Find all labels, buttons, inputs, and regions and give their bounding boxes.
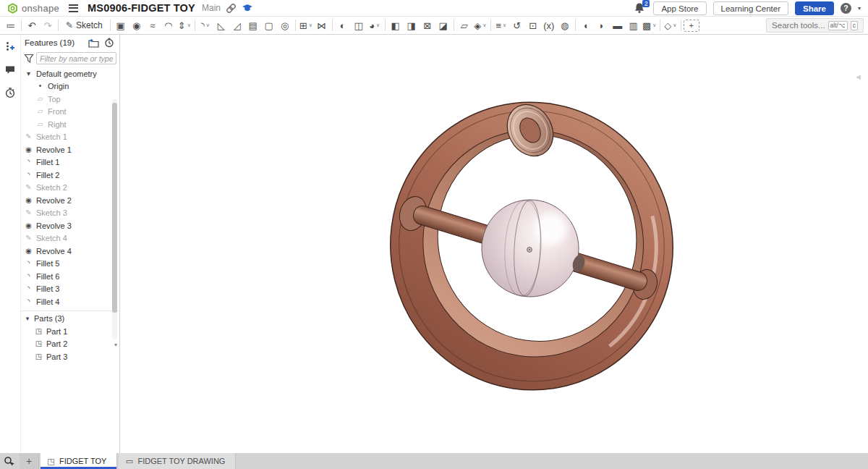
boolean-button[interactable]: ◐ [335,18,351,33]
chevron-down-icon[interactable]: ∨ [482,22,486,28]
loft-button[interactable]: ◠ [161,18,176,33]
sheet-metal-model-button[interactable]: ◖ [578,18,594,33]
circular-pattern-button[interactable]: ◍ [557,18,573,33]
extrude-button[interactable]: ▣ [113,18,129,33]
search-tabs-button[interactable] [0,453,20,469]
feature-tree-item[interactable]: ✎ Sketch 1 [21,131,119,144]
offset-surface-button[interactable]: ◨ [404,18,420,33]
search-tools-button[interactable]: Search tools... alt/⌥ c [766,18,864,33]
redo-button[interactable]: ↷ [40,18,56,33]
feature-tree-item[interactable]: ◉ Revolve 3 [21,219,119,232]
app-store-button[interactable]: App Store [653,1,706,15]
feature-tree-item[interactable]: ▱ Right [21,118,119,131]
feature-tree-item[interactable]: ✎ Sketch 4 [21,232,119,245]
part-item[interactable]: ◳ Part 1 [21,325,119,338]
chevron-down-icon[interactable]: ∨ [187,22,191,28]
part-studio-tab[interactable]: ◳ FIDGET TOY [41,453,117,469]
insert-feature-panel-button[interactable] [2,39,18,54]
feature-tree-item[interactable]: ◝ Fillet 6 [21,270,119,283]
parts-header: Parts (3) [34,314,64,323]
help-button[interactable]: ? [841,3,851,14]
chamfer-button[interactable]: ◺ [213,18,229,33]
feature-tree-item[interactable]: ◝ Fillet 1 [21,156,119,169]
share-link-icon[interactable] [226,3,237,14]
feature-tree-item[interactable]: ◉ Revolve 2 [21,194,119,207]
fillet-button[interactable]: ◝ ∨ [197,18,213,33]
rollback-history-button[interactable] [103,37,116,48]
sweep-button[interactable]: ≈ [145,18,161,33]
feature-tree-item[interactable]: • Origin [21,80,119,93]
custom-feature-button[interactable]: ▩ ∨ [642,18,658,33]
chevron-down-icon[interactable]: ∨ [673,22,676,28]
fidget-toy-model[interactable] [120,35,868,453]
feature-tree-item[interactable]: ▱ Front [21,106,119,119]
feature-tree-item[interactable]: ◉ Revolve 1 [21,143,119,156]
learning-center-button[interactable]: Learning Center [713,1,788,15]
filter-funnel-icon[interactable] [24,54,34,64]
onshape-logo[interactable]: onshape [7,3,59,14]
feature-tree-item[interactable]: ◝ Fillet 2 [21,169,119,182]
draft-button[interactable]: ◿ [229,18,245,33]
move-face-button[interactable]: ◧ [388,18,404,33]
feature-tree-item[interactable]: ✎ Sketch 3 [21,207,119,220]
feature-tree-item[interactable]: ▱ Top [21,93,119,106]
derived-button[interactable]: ⊡ [525,18,541,33]
insert-featurescript-button[interactable]: ◇ ∨ [663,18,678,33]
feature-tree-item[interactable]: ✎ Sketch 2 [21,182,119,195]
convert-to-sheet-metal-button[interactable]: ◗ [594,18,610,33]
modify-fillet-button[interactable]: ◕ ∨ [367,18,383,33]
chevron-down-icon[interactable]: ∨ [206,22,210,28]
revolve-button[interactable]: ◉ [129,18,145,33]
learning-badge-icon[interactable] [242,3,253,14]
versions-history-panel-button[interactable] [2,85,18,100]
variable-button[interactable]: (x) [541,18,557,33]
sheet-metal-tab-button[interactable]: ▥ [626,18,642,33]
parts-header-row[interactable]: ▾ Parts (3) [21,313,119,326]
delete-face-button[interactable]: ⊠ [420,18,435,33]
shell-button[interactable]: ▢ [261,18,277,33]
notifications-button[interactable]: 2 [634,2,647,14]
scroll-down-icon[interactable]: ▾ [114,342,117,348]
filter-input[interactable] [36,52,116,64]
chevron-down-icon[interactable]: ∨ [309,22,312,28]
comments-panel-button[interactable] [2,62,18,77]
feature-tree-item[interactable]: ▾ Default geometry [21,67,119,80]
rib-button[interactable]: ▤ [245,18,261,33]
hole-button[interactable]: ◎ [277,18,293,33]
part-item[interactable]: ◳ Part 2 [21,338,119,351]
thicken-button[interactable]: ⇕ ∨ [176,18,192,33]
share-button[interactable]: Share [795,1,834,15]
replace-face-button[interactable]: ◪ [435,18,451,33]
surface-button[interactable]: ◈ ∨ [472,18,488,33]
tree-scrollbar-thumb[interactable] [112,103,117,313]
split-button[interactable]: ◫ [351,18,367,33]
linear-pattern-button[interactable]: ⊞ ∨ [298,18,314,33]
3d-viewport[interactable]: ◄ [120,35,868,453]
workspace-name[interactable]: Main [202,3,221,13]
undo-button[interactable]: ↶ [24,18,40,33]
chevron-down-icon[interactable]: ∨ [376,22,380,28]
mirror-button[interactable]: ⋈ [314,18,330,33]
feature-tree-item[interactable]: ◉ Revolve 4 [21,245,119,258]
sketch-button[interactable]: ✎ Sketch [61,18,108,33]
feature-list-toggle-button[interactable]: ≔ [3,18,19,33]
chevron-down-icon[interactable]: ∨ [503,22,506,28]
feature-tree-item[interactable]: ◝ Fillet 4 [21,295,119,308]
chevron-down-icon[interactable]: ▾ [24,315,31,322]
sheet-metal-flat-button[interactable]: ▬ [610,18,626,33]
tree-scrollbar[interactable]: ▾ [112,99,117,339]
create-folder-button[interactable] [87,37,100,48]
collapse-right-panel-icon[interactable]: ◄ [854,72,862,81]
helix-button[interactable]: ↺ [509,18,525,33]
drawing-tab[interactable]: ▭ FIDGET TOY DRAWING [119,453,236,469]
select-tools-button[interactable]: + [684,20,699,32]
feature-tree-item[interactable]: ◝ Fillet 5 [21,258,119,271]
curves-button[interactable]: ≡ ∨ [493,18,509,33]
document-menu-icon[interactable] [69,4,78,12]
help-caret-icon[interactable]: ▾ [858,5,861,12]
plane-button[interactable]: ▱ [456,18,472,33]
feature-tree-item[interactable]: ◝ Fillet 3 [21,283,119,296]
part-item[interactable]: ◳ Part 3 [21,350,119,363]
new-tab-button[interactable]: + [20,453,39,469]
chevron-down-icon[interactable]: ∨ [652,22,656,28]
